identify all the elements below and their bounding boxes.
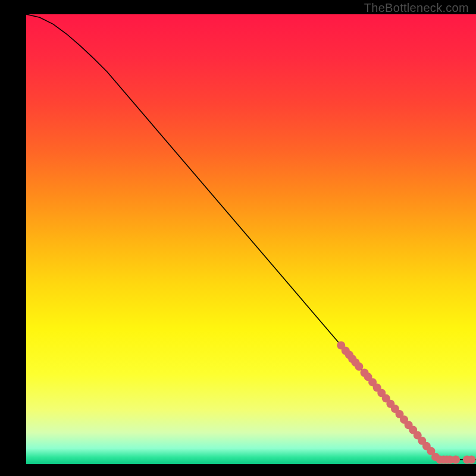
svg-rect-1 (26, 14, 476, 464)
svg-rect-0 (0, 0, 26, 476)
data-point (355, 362, 363, 371)
data-point (467, 455, 475, 464)
chart-plot (0, 0, 476, 476)
chart-container: TheBottleneck.com (0, 0, 476, 476)
svg-rect-2 (0, 464, 476, 476)
attribution-text: TheBottleneck.com (364, 1, 469, 15)
data-point (452, 455, 460, 464)
